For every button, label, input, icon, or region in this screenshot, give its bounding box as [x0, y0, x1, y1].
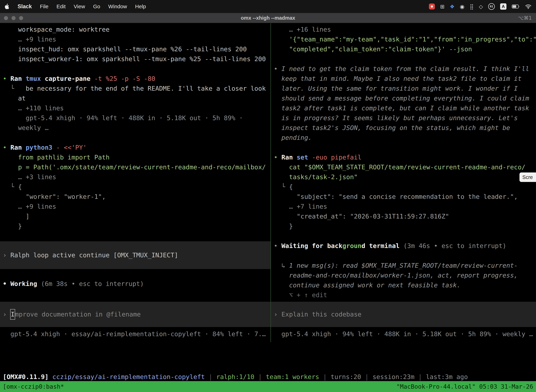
text-span: … +16 lines [274, 26, 331, 33]
input-source-icon[interactable]: A [500, 3, 507, 10]
text-span: • [3, 144, 10, 151]
dots-grid-icon[interactable]: ⣿ [470, 4, 474, 10]
terminal-line [3, 231, 270, 241]
terminal-line: inspect_worker-1: omx sparkshell --tmux-… [3, 54, 270, 64]
text-span: Ralph loop active continue [OMX_TMUX_INJ… [10, 250, 178, 260]
text-span: | [319, 373, 330, 380]
battery-percentage-value: 61 [490, 5, 493, 8]
text-span: (3m 46s • esc to interrupt) [400, 242, 506, 249]
left-terminal-pane[interactable]: workspace_mode: worktree … +9 lines insp… [0, 23, 270, 339]
text-span: '{"team_name":"my-team","task_id":"1","f… [274, 36, 536, 43]
text-span: set [297, 154, 312, 161]
blue-app-icon[interactable]: ❖ [450, 4, 455, 10]
prompt-placeholder: mprove documentation in @filename [15, 309, 141, 319]
battery-icon[interactable] [512, 5, 520, 9]
terminal-line: inspect_hud: omx sparkshell --tmux-pane … [3, 44, 270, 54]
menubar-item-file[interactable]: File [40, 4, 48, 9]
tmux-session-label[interactable]: [omx-cczip0:bash* [3, 383, 64, 390]
text-span: ] [3, 213, 29, 220]
text-span: ⌥ + ↑ edit [274, 291, 327, 299]
terminal-line: cat "$OMX_TEAM_STATE_ROOT/team/review-cu… [274, 162, 536, 172]
text-span: … +9 lines [3, 203, 56, 210]
terminal-line: … +110 lines [3, 103, 270, 113]
terminal-line [274, 251, 536, 261]
text-span: task2 after task1 is complete, but can I… [274, 104, 529, 112]
text-span: Working [10, 280, 37, 287]
menubar-app-name[interactable]: Slack [18, 3, 32, 10]
terminal-line: └ { [3, 182, 270, 192]
window-title-bar[interactable]: omx --xhigh --madmax ⌥⌘1 [0, 13, 536, 23]
prompt-placeholder: Explain this codebase [281, 309, 361, 319]
battery-percentage-badge[interactable]: 61 [488, 3, 495, 10]
round-app-icon[interactable]: ◉ [460, 4, 464, 10]
terminal-line: '{"team_name":"my-team","task_id":"1","f… [274, 34, 536, 44]
screen-notification-popup[interactable]: Scre [519, 173, 536, 182]
text-span: I need to get the claim token from the c… [281, 65, 529, 72]
terminal-line [3, 133, 270, 143]
terminal-line: } [3, 221, 270, 231]
terminal-line: ⌥ + ↑ edit [274, 290, 536, 300]
prompt-input[interactable]: › Explain this codebase [271, 302, 536, 327]
terminal-line: ↳ 1 new msg(s): read $OMX_TEAM_STATE_ROO… [274, 261, 536, 271]
screen-recording-indicator[interactable] [429, 4, 435, 9]
menubar-item-view[interactable]: View [74, 4, 85, 9]
text-span: tasks/task-2.json" [274, 173, 358, 181]
terminal-line: … +7 lines [274, 202, 536, 211]
terminal-line: └ be necessary for the end of the README… [3, 84, 270, 93]
wifi-icon[interactable] [525, 4, 531, 9]
terminal-line: • Ran set -euo pipefail [274, 152, 536, 162]
text-span: Ran [10, 144, 26, 151]
text-span: › [274, 309, 281, 319]
text-span: cczip/essay/ai-reimplementation-copyleft [53, 373, 205, 380]
text-span: … +7 lines [274, 203, 327, 210]
terminal-line: … +9 lines [3, 202, 270, 211]
ralph-queued-message[interactable]: › Ralph loop active continue [OMX_TMUX_I… [0, 241, 270, 269]
text-span: • [274, 242, 281, 249]
close-button[interactable] [4, 16, 8, 20]
zoom-button[interactable] [19, 16, 23, 20]
text-span: … +110 lines [3, 104, 64, 112]
text-span: weekly … [3, 124, 48, 131]
minimize-button[interactable] [11, 16, 16, 20]
terminal-line: pending. [274, 133, 536, 143]
text-span: -euo pipefail [312, 154, 362, 161]
text-span: | [205, 373, 216, 380]
text-span: • [3, 280, 10, 287]
text-span: } [274, 223, 293, 230]
text-span: { [289, 183, 293, 190]
text-span: is in progress? It seems likely but perh… [274, 114, 518, 121]
apple-menu-icon[interactable] [5, 4, 10, 9]
menubar-item-window[interactable]: Window [108, 4, 127, 9]
terminal-line: "worker": "worker-1", [3, 192, 270, 202]
text-span: p = Path('.omx/state/team/review-current… [3, 163, 266, 171]
table-grid-icon[interactable]: ⊞ [440, 4, 445, 10]
terminal-line [3, 64, 270, 74]
text-span: keep that in mind. Maybe I also need the… [274, 75, 522, 82]
text-span: [OMX#0.11.9] [3, 373, 48, 380]
terminal-line: workspace_mode: worktree [3, 25, 270, 34]
menubar-item-go[interactable]: Go [93, 4, 100, 9]
outline-app-icon[interactable]: ◇ [479, 4, 483, 10]
terminal-line: from pathlib import Path [3, 152, 270, 162]
text-span: └ [3, 85, 26, 92]
screen: SlackFileEditViewGoWindowHelp ⊞ ❖ ◉ ⣿ ◇ … [0, 0, 536, 392]
terminal-line [274, 143, 536, 152]
text-span: "subject": "send a concise recommendatio… [274, 193, 518, 200]
text-span: session:23m [373, 373, 414, 380]
menubar-item-help[interactable]: Help [135, 4, 146, 9]
terminal-line [274, 231, 536, 241]
omx-status-line: [OMX#0.11.9] cczip/essay/ai-reimplementa… [3, 372, 468, 382]
text-span: 1 new msg(s): read $OMX_TEAM_STATE_ROOT/… [289, 262, 518, 269]
terminal-line: task2 after task1 is complete, but can I… [274, 103, 536, 113]
menubar-item-edit[interactable]: Edit [57, 4, 66, 9]
text-span: › [3, 250, 10, 260]
text-span: python3 [26, 144, 56, 151]
terminal-line: ] [3, 211, 270, 221]
text-span: › [3, 309, 10, 319]
text-span: last:3m ago [426, 373, 468, 380]
prompt-input[interactable]: › Improve documentation in @filename [0, 302, 270, 327]
terminal-line: readme-and-reco/mailbox/worker-1.json, a… [274, 271, 536, 280]
right-terminal-pane[interactable]: … +16 lines '{"team_name":"my-team","tas… [271, 23, 536, 339]
terminal-line: is in progress? It seems likely but perh… [274, 113, 536, 123]
terminal-line: inspect task2's JSON, focusing on the st… [274, 123, 536, 133]
